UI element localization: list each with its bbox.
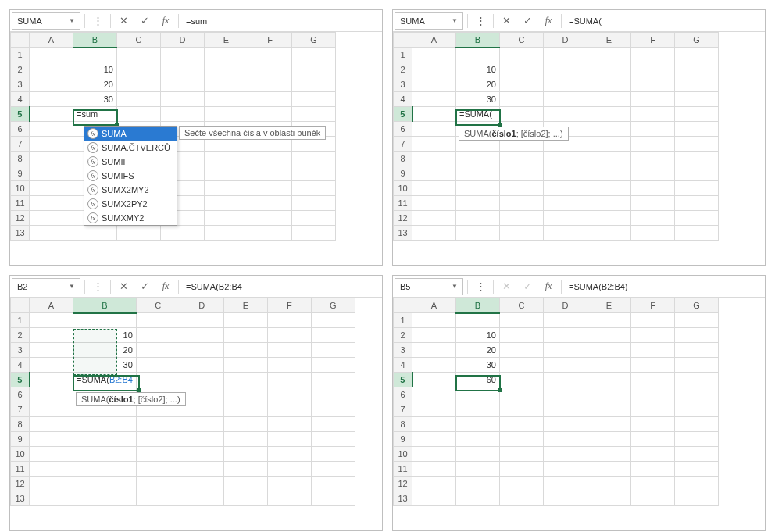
col-header[interactable]: F bbox=[248, 33, 292, 48]
enter-icon[interactable]: ✓ bbox=[136, 278, 153, 295]
cell-B5[interactable]: 60 bbox=[456, 373, 500, 387]
row-header[interactable]: 8 bbox=[11, 417, 30, 432]
col-header[interactable]: D bbox=[544, 33, 588, 48]
row-header[interactable]: 6 bbox=[394, 387, 412, 402]
row-header[interactable]: 12 bbox=[11, 477, 30, 491]
cell-B2[interactable]: 10 bbox=[73, 62, 117, 77]
cancel-icon[interactable]: ✕ bbox=[498, 12, 515, 30]
row-header[interactable]: 11 bbox=[11, 196, 30, 211]
autocomplete-item[interactable]: fxSUMA bbox=[84, 127, 177, 141]
col-header[interactable]: E bbox=[588, 33, 631, 48]
cell-B4[interactable]: 30 bbox=[456, 92, 500, 107]
col-header[interactable]: D bbox=[161, 33, 205, 48]
col-header[interactable]: F bbox=[631, 33, 675, 48]
row-header[interactable]: 10 bbox=[394, 447, 412, 462]
cell-B5[interactable]: =SUMA( bbox=[456, 107, 500, 122]
row-header[interactable]: 3 bbox=[11, 343, 30, 358]
row-header[interactable]: 6 bbox=[11, 387, 30, 402]
col-header[interactable]: G bbox=[675, 298, 719, 313]
row-header[interactable]: 1 bbox=[394, 48, 412, 62]
row-header[interactable]: 3 bbox=[394, 343, 412, 358]
row-header[interactable]: 5 bbox=[394, 107, 412, 122]
cell-B5[interactable]: =SUMA(B2:B4 bbox=[73, 373, 137, 387]
row-header[interactable]: 1 bbox=[394, 313, 412, 328]
row-header[interactable]: 8 bbox=[394, 152, 412, 166]
cell-B3[interactable]: 20 bbox=[73, 77, 117, 92]
worksheet[interactable]: A B C D E F G 1 210 320 430 5=SUMA(B2:B4… bbox=[10, 298, 382, 506]
row-header[interactable]: 4 bbox=[394, 358, 412, 373]
row-header[interactable]: 5 bbox=[11, 373, 30, 387]
row-header[interactable]: 10 bbox=[11, 181, 30, 196]
select-all-corner[interactable] bbox=[11, 298, 30, 313]
chevron-down-icon[interactable]: ▼ bbox=[69, 283, 75, 290]
row-header[interactable]: 2 bbox=[11, 328, 30, 343]
fx-icon[interactable]: fx bbox=[157, 12, 174, 30]
col-header[interactable]: B bbox=[456, 33, 500, 48]
row-header[interactable]: 8 bbox=[394, 417, 412, 432]
cell-B4[interactable]: 30 bbox=[73, 92, 117, 107]
row-header[interactable]: 10 bbox=[11, 447, 30, 462]
row-header[interactable]: 2 bbox=[11, 62, 30, 77]
autocomplete-item[interactable]: fxSUMX2MY2 bbox=[84, 183, 177, 197]
row-header[interactable]: 2 bbox=[394, 328, 412, 343]
cell-B3[interactable]: 20 bbox=[456, 77, 500, 92]
name-box[interactable]: B2 ▼ bbox=[12, 278, 80, 295]
col-header[interactable]: E bbox=[205, 33, 248, 48]
row-header[interactable]: 13 bbox=[11, 226, 30, 241]
worksheet[interactable]: A B C D E F G 1 210 320 430 5=SUMA( 6 7 … bbox=[393, 32, 765, 241]
col-header[interactable]: A bbox=[30, 298, 73, 313]
col-header[interactable]: A bbox=[412, 298, 456, 313]
row-header[interactable]: 1 bbox=[11, 48, 30, 62]
col-header[interactable]: D bbox=[180, 298, 223, 313]
row-header[interactable]: 5 bbox=[11, 107, 30, 122]
col-header[interactable]: A bbox=[30, 33, 73, 48]
formula-input[interactable] bbox=[183, 12, 380, 30]
row-header[interactable]: 9 bbox=[11, 166, 30, 181]
row-header[interactable]: 6 bbox=[394, 122, 412, 137]
row-header[interactable]: 9 bbox=[394, 166, 412, 181]
expand-button[interactable]: ⋮ bbox=[89, 278, 106, 295]
chevron-down-icon[interactable]: ▼ bbox=[452, 283, 458, 290]
row-header[interactable]: 11 bbox=[394, 462, 412, 477]
col-header[interactable]: B bbox=[73, 298, 137, 313]
row-header[interactable]: 7 bbox=[11, 137, 30, 152]
col-header[interactable]: G bbox=[675, 33, 719, 48]
col-header[interactable]: G bbox=[292, 33, 336, 48]
col-header[interactable]: C bbox=[136, 298, 180, 313]
col-header[interactable]: F bbox=[267, 298, 311, 313]
formula-input[interactable] bbox=[566, 12, 763, 30]
autocomplete-item[interactable]: fxSUMIF bbox=[84, 155, 177, 169]
cell-B3[interactable]: 20 bbox=[73, 343, 137, 358]
row-header[interactable]: 9 bbox=[394, 432, 412, 447]
name-box[interactable]: SUMA ▼ bbox=[12, 12, 80, 30]
select-all-corner[interactable] bbox=[394, 298, 412, 313]
enter-icon[interactable]: ✓ bbox=[519, 12, 536, 30]
col-header[interactable]: C bbox=[500, 298, 544, 313]
expand-button[interactable]: ⋮ bbox=[89, 12, 106, 30]
fx-icon[interactable]: fx bbox=[540, 278, 557, 295]
row-header[interactable]: 4 bbox=[11, 92, 30, 107]
col-header[interactable]: B bbox=[73, 33, 117, 48]
autocomplete-item[interactable]: fxSUMA.ČTVERCŮ bbox=[84, 141, 177, 155]
autocomplete-dropdown[interactable]: fxSUMA fxSUMA.ČTVERCŮ fxSUMIF fxSUMIFS f… bbox=[84, 126, 177, 226]
row-header[interactable]: 13 bbox=[11, 491, 30, 506]
row-header[interactable]: 6 bbox=[11, 122, 30, 137]
row-header[interactable]: 13 bbox=[394, 491, 412, 506]
row-header[interactable]: 7 bbox=[394, 402, 412, 417]
row-header[interactable]: 4 bbox=[11, 358, 30, 373]
row-header[interactable]: 12 bbox=[394, 477, 412, 491]
row-header[interactable]: 7 bbox=[394, 137, 412, 152]
col-header[interactable]: C bbox=[117, 33, 161, 48]
row-header[interactable]: 2 bbox=[394, 62, 412, 77]
autocomplete-item[interactable]: fxSUMX2PY2 bbox=[84, 197, 177, 211]
name-box[interactable]: B5 ▼ bbox=[395, 278, 463, 295]
select-all-corner[interactable] bbox=[394, 33, 412, 48]
row-header[interactable]: 8 bbox=[11, 152, 30, 166]
cell-B2[interactable]: 10 bbox=[456, 62, 500, 77]
row-header[interactable]: 12 bbox=[394, 211, 412, 226]
cell-B3[interactable]: 20 bbox=[456, 343, 500, 358]
row-header[interactable]: 11 bbox=[394, 196, 412, 211]
row-header[interactable]: 7 bbox=[11, 402, 30, 417]
col-header[interactable]: B bbox=[456, 298, 500, 313]
expand-button[interactable]: ⋮ bbox=[472, 12, 489, 30]
